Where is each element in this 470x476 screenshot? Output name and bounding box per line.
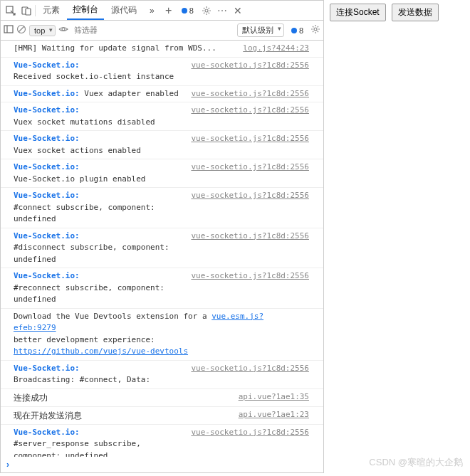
connect-socket-button[interactable]: 连接Socket	[330, 4, 386, 21]
watermark: CSDN @寒暄的大企鹅	[369, 456, 463, 469]
plus-icon[interactable]: +	[162, 4, 176, 18]
gear-icon[interactable]	[310, 24, 320, 36]
gear-icon[interactable]	[199, 4, 214, 18]
source-link[interactable]: vue-socketio.js?1c8d:2556	[191, 364, 309, 373]
badge-count: 8	[299, 26, 303, 35]
source-link[interactable]: vue-socketio.js?1c8d:2556	[191, 231, 309, 240]
devtools-tabbar: 元素 控制台 源代码 » + 8 ⋯ ✕	[1, 1, 323, 21]
source-link[interactable]: vue.esm.js?efeb:9279	[14, 312, 263, 333]
source-link[interactable]: vue-socketio.js?1c8d:2556	[191, 60, 309, 70]
log-row: Vue-Socket.io: Vuex adapter enabledvue-s…	[1, 86, 323, 103]
svg-line-7	[19, 26, 24, 32]
console-output[interactable]: [HMR] Waiting for update signal from WDS…	[1, 41, 323, 457]
send-data-button[interactable]: 发送数据	[392, 4, 439, 21]
source-link[interactable]: vue-socketio.js?1c8d:2556	[191, 134, 309, 143]
log-row: 现在开始发送消息api.vue?1ae1:23	[1, 407, 323, 425]
svg-point-3	[205, 9, 208, 12]
toolbar-badge[interactable]: 8	[287, 26, 308, 36]
log-row: Vue-Socket.io:Received socket.io-client …	[1, 58, 323, 86]
source-link[interactable]: vue-socketio.js?1c8d:2556	[191, 162, 309, 171]
tab-sources[interactable]: 源代码	[105, 1, 142, 19]
source-link[interactable]: vue-socketio.js?1c8d:2556	[191, 191, 309, 200]
badge-count: 8	[189, 6, 194, 15]
level-select[interactable]: 默认级别	[237, 23, 284, 37]
svg-point-9	[314, 28, 317, 31]
devtools-panel: 元素 控制台 源代码 » + 8 ⋯ ✕ top 默认级别 8 [HMR] Wa…	[0, 0, 324, 473]
tab-console[interactable]: 控制台	[67, 1, 104, 20]
log-row: Vue-Socket.io:#server_response subscribe…	[1, 425, 323, 458]
log-row: Vue-Socket.io:#disconnect subscribe, com…	[1, 228, 323, 269]
sidebar-toggle-icon[interactable]	[4, 24, 14, 36]
tab-more[interactable]: »	[144, 3, 160, 18]
tab-elements[interactable]: 元素	[37, 1, 66, 19]
console-toolbar: top 默认级别 8	[1, 21, 323, 41]
devtools-link[interactable]: https://github.com/vuejs/vue-devtools	[14, 347, 188, 356]
close-icon[interactable]: ✕	[231, 4, 245, 18]
log-row: Vue-Socket.io:Vuex socket actions enable…	[1, 131, 323, 159]
log-row: Vue-Socket.io:Vue-Socket.io plugin enabl…	[1, 159, 323, 188]
log-row: 连接成功api.vue?1ae1:35	[1, 389, 323, 407]
context-selector[interactable]: top	[29, 25, 56, 36]
source-link[interactable]: vue-socketio.js?1c8d:2556	[191, 89, 309, 98]
log-row: Download the Vue Devtools extension for …	[1, 309, 323, 361]
svg-rect-4	[4, 26, 13, 33]
source-link[interactable]: vue-socketio.js?1c8d:2556	[191, 428, 309, 437]
svg-rect-2	[26, 9, 31, 15]
device-icon[interactable]	[19, 4, 33, 18]
separator	[35, 5, 36, 16]
issue-badge[interactable]: 8	[177, 6, 198, 16]
svg-point-8	[62, 28, 65, 31]
log-row: Vue-Socket.io:Broadcasting: #connect, Da…	[1, 361, 323, 389]
source-link[interactable]: api.vue?1ae1:23	[239, 410, 309, 419]
source-link[interactable]: vue-socketio.js?1c8d:2556	[191, 105, 309, 115]
source-link[interactable]: log.js?4244:23	[243, 43, 309, 53]
source-link[interactable]: api.vue?1ae1:35	[239, 392, 309, 401]
log-row: Vue-Socket.io:#reconnect subscribe, comp…	[1, 268, 323, 309]
log-row: [HMR] Waiting for update signal from WDS…	[1, 41, 323, 58]
eye-icon[interactable]	[58, 24, 68, 36]
console-prompt[interactable]: ›	[1, 457, 323, 472]
kebab-icon[interactable]: ⋯	[215, 4, 229, 18]
log-row: Vue-Socket.io:#connect subscribe, compon…	[1, 188, 323, 228]
inspect-icon[interactable]	[4, 4, 18, 18]
filter-input[interactable]	[71, 24, 135, 36]
page-controls: 连接Socket 发送数据	[324, 0, 444, 473]
log-row: Vue-Socket.io:Vuex socket mutations disa…	[1, 102, 323, 131]
clear-icon[interactable]	[16, 24, 26, 36]
source-link[interactable]: vue-socketio.js?1c8d:2556	[191, 271, 309, 280]
